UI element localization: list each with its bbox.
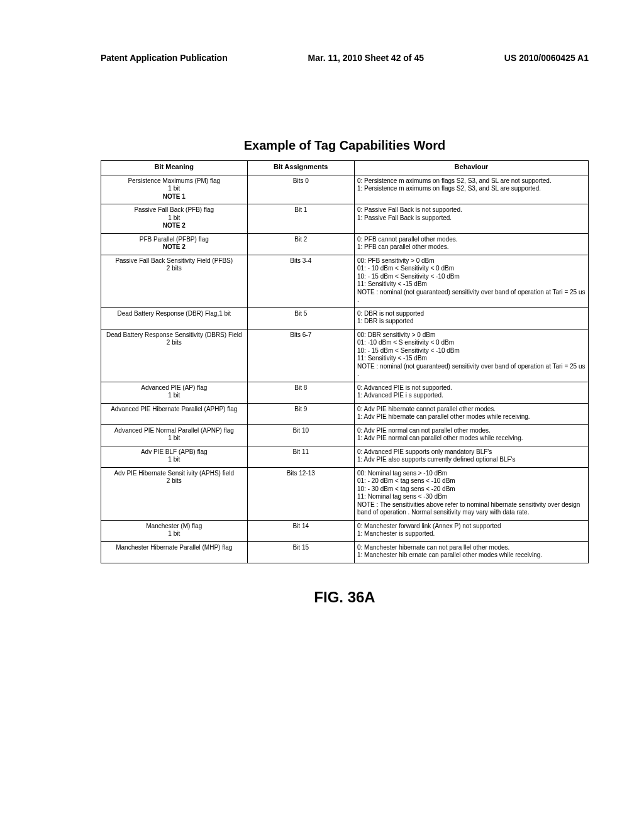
table-row: PFB Parallel (PFBP) flagNOTE 2Bit 20: PF…: [101, 233, 589, 255]
meaning-line: 1 bit: [104, 214, 245, 223]
note-label: NOTE 2: [104, 222, 245, 230]
meaning-line: 2 bits: [104, 265, 245, 273]
cell-behaviour: 0: Manchester hibernate can not para lle…: [355, 541, 589, 563]
cell-bit-assignments: Bit 15: [247, 541, 355, 563]
cell-bit-meaning: Adv PIE Hibernate Sensit ivity (APHS) fi…: [101, 467, 248, 520]
meaning-line: Manchester Hibernate Parallel (MHP) flag: [104, 544, 245, 552]
table-row: Dead Battery Response (DBR) Flag,1 bitBi…: [101, 307, 589, 329]
table-row: Advanced PIE Hibernate Parallel (APHP) f…: [101, 403, 589, 424]
header-pubnum: US 2010/0060425 A1: [504, 53, 589, 63]
meaning-line: 1 bit: [104, 456, 245, 464]
table-row: Advanced PIE Normal Parallel (APNP) flag…: [101, 424, 589, 446]
col-header-bit-assignments: Bit Assignments: [247, 161, 355, 175]
meaning-line: Dead Battery Response Sensitivity (DBRS)…: [104, 331, 245, 340]
cell-behaviour: 0: DBR is not supported1: DBR is support…: [355, 307, 589, 329]
cell-bit-meaning: Adv PIE BLF (APB) flag1 bit: [101, 446, 248, 467]
cell-bit-meaning: Advanced PIE (AP) flag1 bit: [101, 382, 248, 403]
page-header: Patent Application Publication Mar. 11, …: [101, 53, 589, 63]
cell-behaviour: 0: Passive Fall Back is not supported.1:…: [355, 204, 589, 234]
table-row: Manchester (M) flag1 bitBit 140: Manches…: [101, 520, 589, 541]
cell-bit-meaning: Passive Fall Back (PFB) flag1 bitNOTE 2: [101, 204, 248, 234]
table-header-row: Bit Meaning Bit Assignments Behaviour: [101, 161, 589, 175]
cell-bit-meaning: PFB Parallel (PFBP) flagNOTE 2: [101, 233, 248, 255]
meaning-line: Passive Fall Back Sensitivity Field (PFB…: [104, 257, 245, 265]
table-row: Passive Fall Back Sensitivity Field (PFB…: [101, 255, 589, 307]
table-title: Example of Tag Capabilities Word: [101, 138, 589, 153]
cell-bit-meaning: Advanced PIE Hibernate Parallel (APHP) f…: [101, 403, 248, 424]
table-body: Persistence Maximums (PM) flag1 bitNOTE …: [101, 175, 589, 563]
cell-bit-assignments: Bit 8: [247, 382, 355, 403]
cell-bit-assignments: Bits 6-7: [247, 329, 355, 382]
table-row: Adv PIE BLF (APB) flag1 bitBit 11 0: Adv…: [101, 446, 589, 467]
meaning-line: Adv PIE BLF (APB) flag: [104, 448, 245, 456]
cell-bit-assignments: Bit 11: [247, 446, 355, 467]
meaning-line: Dead Battery Response (DBR) Flag,1 bit: [104, 310, 245, 318]
cell-behaviour: 0: Advanced PIE supports only mandatory …: [355, 446, 589, 467]
meaning-line: Adv PIE Hibernate Sensit ivity (APHS) fi…: [104, 470, 245, 478]
cell-bit-meaning: Manchester (M) flag1 bit: [101, 520, 248, 541]
cell-behaviour: 00: DBR sensitivity > 0 dBm01: -10 dBm <…: [355, 329, 589, 382]
page: Patent Application Publication Mar. 11, …: [0, 0, 644, 830]
meaning-line: 2 bits: [104, 477, 245, 485]
col-header-behaviour: Behaviour: [355, 161, 589, 175]
cell-bit-assignments: Bit 14: [247, 520, 355, 541]
cell-behaviour: 00: PFB sensitivity > 0 dBm01: - 10 dBm …: [355, 255, 589, 307]
cell-bit-meaning: Passive Fall Back Sensitivity Field (PFB…: [101, 255, 248, 307]
note-label: NOTE 1: [104, 193, 245, 201]
meaning-line: Advanced PIE (AP) flag: [104, 384, 245, 392]
meaning-line: 1 bit: [104, 392, 245, 400]
table-row: Advanced PIE (AP) flag1 bitBit 80: Advan…: [101, 382, 589, 403]
cell-behaviour: 0: Adv PIE hibernate cannot parallel oth…: [355, 403, 589, 424]
meaning-line: Passive Fall Back (PFB) flag: [104, 206, 245, 214]
table-row: Persistence Maximums (PM) flag1 bitNOTE …: [101, 175, 589, 204]
table-row: Dead Battery Response Sensitivity (DBRS)…: [101, 329, 589, 382]
cell-bit-assignments: Bit 2: [247, 233, 355, 255]
meaning-line: Advanced PIE Normal Parallel (APNP) flag: [104, 427, 245, 435]
col-header-bit-meaning: Bit Meaning: [101, 161, 248, 175]
cell-bit-assignments: Bit 9: [247, 403, 355, 424]
cell-behaviour: 00: Nominal tag sens > -10 dBm01: - 20 d…: [355, 467, 589, 520]
header-left: Patent Application Publication: [101, 53, 228, 63]
cell-bit-assignments: Bits 12-13: [247, 467, 355, 520]
table-row: Manchester Hibernate Parallel (MHP) flag…: [101, 541, 589, 563]
note-label: NOTE 2: [104, 243, 245, 252]
cell-behaviour: 0: PFB cannot parallel other modes.1: PF…: [355, 233, 589, 255]
cell-bit-meaning: Manchester Hibernate Parallel (MHP) flag: [101, 541, 248, 563]
meaning-line: 2 bits: [104, 339, 245, 347]
meaning-line: Advanced PIE Hibernate Parallel (APHP) f…: [104, 406, 245, 414]
meaning-line: Manchester (M) flag: [104, 523, 245, 531]
figure-label: FIG. 36A: [101, 589, 589, 606]
cell-bit-meaning: Dead Battery Response (DBR) Flag,1 bit: [101, 307, 248, 329]
cell-behaviour: 0: Persistence m aximums on flags S2, S3…: [355, 175, 589, 204]
meaning-line: Persistence Maximums (PM) flag: [104, 177, 245, 185]
cell-bit-assignments: Bit 1: [247, 204, 355, 234]
cell-bit-meaning: Dead Battery Response Sensitivity (DBRS)…: [101, 329, 248, 382]
meaning-line: PFB Parallel (PFBP) flag: [104, 236, 245, 244]
meaning-line: 1 bit: [104, 434, 245, 443]
meaning-line: 1 bit: [104, 530, 245, 538]
cell-bit-assignments: Bit 5: [247, 307, 355, 329]
table-row: Passive Fall Back (PFB) flag1 bitNOTE 2B…: [101, 204, 589, 234]
cell-behaviour: 0: Adv PIE normal can not parallel other…: [355, 424, 589, 446]
cell-bit-meaning: Persistence Maximums (PM) flag1 bitNOTE …: [101, 175, 248, 204]
table-row: Adv PIE Hibernate Sensit ivity (APHS) fi…: [101, 467, 589, 520]
cell-bit-assignments: Bit 10: [247, 424, 355, 446]
cell-behaviour: 0: Advanced PIE is not supported.1: Adva…: [355, 382, 589, 403]
capabilities-table: Bit Meaning Bit Assignments Behaviour Pe…: [101, 160, 589, 563]
header-sheet: Mar. 11, 2010 Sheet 42 of 45: [308, 53, 424, 63]
meaning-line: 1 bit: [104, 185, 245, 193]
cell-bit-assignments: Bits 3-4: [247, 255, 355, 307]
cell-bit-assignments: Bits 0: [247, 175, 355, 204]
cell-behaviour: 0: Manchester forward link (Annex P) not…: [355, 520, 589, 541]
cell-bit-meaning: Advanced PIE Normal Parallel (APNP) flag…: [101, 424, 248, 446]
